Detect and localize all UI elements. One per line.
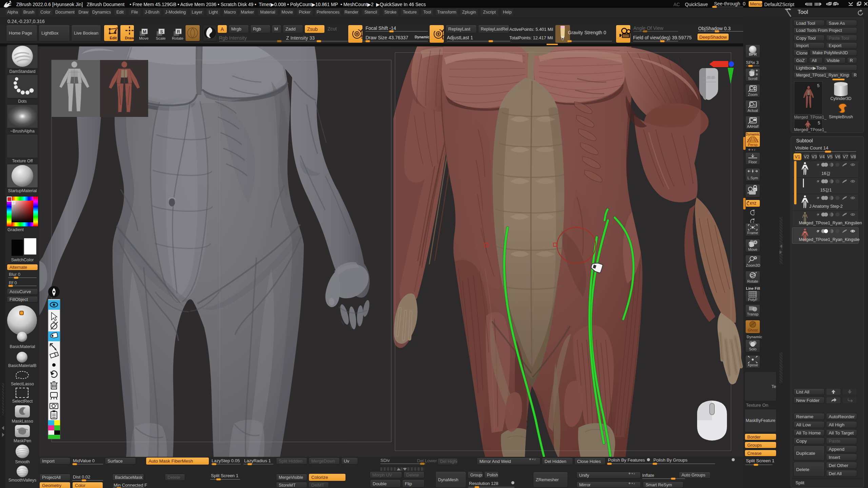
svg-text:R: R xyxy=(177,29,180,34)
svg-text:x1: x1 xyxy=(754,103,757,106)
svg-text:5: 5 xyxy=(818,120,820,125)
svg-text:S: S xyxy=(160,29,163,34)
svg-text:Scale: Scale xyxy=(156,36,166,40)
svg-text:Rotate: Rotate xyxy=(172,36,183,40)
svg-text:c: c xyxy=(754,188,756,191)
svg-text:D: D xyxy=(442,35,444,40)
svg-text:XYZ: XYZ xyxy=(750,202,756,205)
svg-text:Move: Move xyxy=(139,36,149,40)
svg-text:S: S xyxy=(361,34,363,40)
svg-text:Edit: Edit xyxy=(110,36,117,40)
svg-text:Draw: Draw xyxy=(125,36,134,40)
svg-text:5: 5 xyxy=(817,83,820,88)
svg-text:Y: Y xyxy=(753,211,755,215)
svg-text:M: M xyxy=(143,29,146,34)
